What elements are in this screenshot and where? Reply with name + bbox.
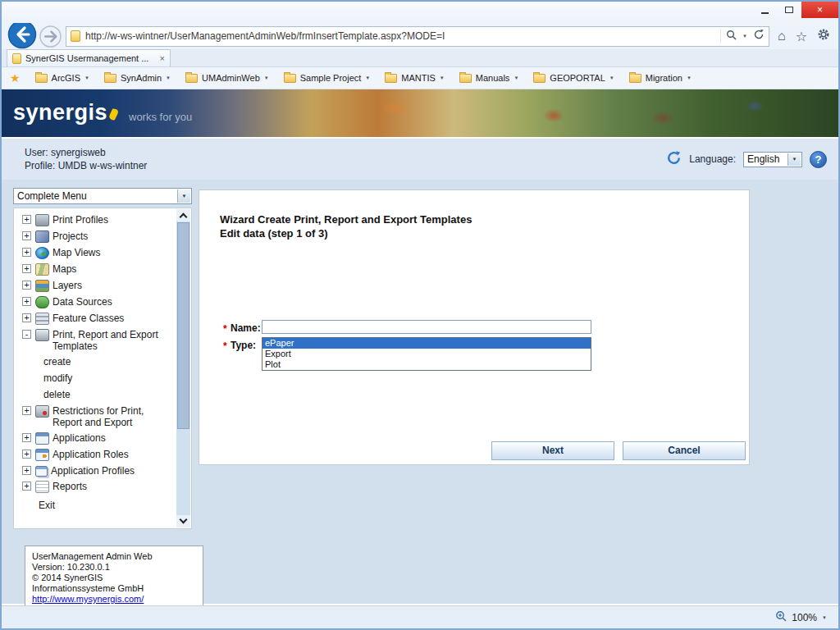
page-icon bbox=[71, 30, 80, 42]
sidebar-item-modify[interactable]: modify bbox=[17, 370, 175, 386]
sidebar-item-application-profiles[interactable]: +Application Profiles bbox=[17, 463, 175, 478]
expand-icon[interactable]: + bbox=[22, 450, 31, 459]
menu-select[interactable]: Complete Menu ▼ bbox=[13, 188, 192, 204]
tab-close-icon[interactable]: × bbox=[160, 53, 165, 63]
projects-icon bbox=[35, 231, 49, 243]
back-button[interactable] bbox=[7, 20, 38, 49]
expand-icon[interactable]: + bbox=[22, 313, 31, 322]
help-icon[interactable]: ? bbox=[810, 151, 827, 168]
sidebar-item-maps[interactable]: +Maps bbox=[17, 261, 175, 277]
expand-icon[interactable]: + bbox=[22, 215, 31, 224]
favorites-folder-label: Manuals bbox=[476, 73, 510, 83]
expand-icon[interactable]: + bbox=[22, 264, 31, 273]
close-button[interactable]: × bbox=[801, 2, 838, 18]
type-option-export[interactable]: Export bbox=[262, 349, 591, 359]
forward-button[interactable] bbox=[38, 25, 62, 48]
sidebar-item-label: Map Views bbox=[52, 247, 100, 258]
favorites-icon[interactable]: ☆ bbox=[796, 29, 807, 44]
user-bar: User: synergisweb Profile: UMDB w-ws-win… bbox=[2, 137, 838, 180]
sidebar-item-feature-classes[interactable]: +Feature Classes bbox=[17, 310, 175, 326]
favorites-folder-migration[interactable]: Migration▼ bbox=[623, 71, 698, 85]
favorites-folder-label: MANTIS bbox=[401, 73, 436, 83]
zoom-icon bbox=[775, 610, 787, 624]
language-select[interactable]: English ▼ bbox=[743, 152, 802, 167]
favorites-folder-umadminweb[interactable]: UMAdminWeb▼ bbox=[179, 71, 276, 85]
next-button[interactable]: Next bbox=[491, 441, 614, 460]
synergis-link[interactable]: http://www.mysynergis.com/ bbox=[32, 594, 144, 604]
sidebar-item-layers[interactable]: +Layers bbox=[17, 277, 175, 294]
folder-icon bbox=[533, 74, 546, 83]
type-option-epaper[interactable]: ePaper bbox=[262, 338, 591, 349]
back-arrow-icon bbox=[7, 20, 37, 49]
refresh-icon[interactable] bbox=[753, 29, 765, 43]
footer-line: UserManagement Admin Web bbox=[32, 551, 196, 562]
expand-icon[interactable]: + bbox=[22, 466, 31, 475]
required-marker: * bbox=[223, 323, 227, 335]
sidebar-item-delete[interactable]: delete bbox=[17, 386, 175, 403]
browser-tab[interactable]: SynerGIS Usermanagement ... × bbox=[7, 49, 171, 66]
expand-icon[interactable]: + bbox=[22, 406, 31, 415]
templates-icon bbox=[35, 329, 49, 341]
scroll-down-icon[interactable] bbox=[176, 515, 190, 527]
folder-icon bbox=[629, 74, 641, 83]
sidebar-item-print-report-export-templates[interactable]: -Print, Report and Export Templates bbox=[17, 326, 175, 354]
sidebar-item-label: Application Roles bbox=[52, 449, 129, 460]
tree-scrollbar[interactable] bbox=[176, 209, 190, 527]
expand-icon[interactable]: + bbox=[22, 297, 31, 306]
favorites-folder-sample-project[interactable]: Sample Project▼ bbox=[277, 71, 377, 85]
wizard-panel: Wizard Create Print, Report and Export T… bbox=[199, 189, 750, 465]
refresh-language-icon[interactable] bbox=[666, 150, 682, 168]
favorites-folder-arcgis[interactable]: ArcGIS▼ bbox=[29, 71, 96, 85]
chevron-down-icon[interactable]: ▼ bbox=[822, 615, 827, 620]
favorites-bar: ★ ArcGIS▼ SynAdmin▼ UMAdminWeb▼ Sample P… bbox=[2, 67, 838, 89]
address-bar[interactable]: http://w-ws-wintner/UserManagementAdminW… bbox=[66, 26, 769, 47]
minimize-icon bbox=[761, 12, 769, 14]
chevron-down-icon[interactable]: ▼ bbox=[742, 34, 747, 39]
cancel-button[interactable]: Cancel bbox=[623, 441, 746, 460]
sidebar-item-create[interactable]: create bbox=[17, 354, 175, 370]
expand-icon[interactable]: + bbox=[22, 281, 31, 290]
sidebar-item-application-roles[interactable]: +Application Roles bbox=[17, 446, 175, 463]
sidebar-item-map-views[interactable]: +Map Views bbox=[17, 244, 175, 261]
url-text[interactable]: http://w-ws-wintner/UserManagementAdminW… bbox=[85, 30, 720, 42]
sidebar-item-exit[interactable]: Exit bbox=[17, 497, 175, 513]
synergis-logo: synergis bbox=[13, 100, 117, 126]
language-value: English bbox=[747, 153, 779, 165]
browser-window: × http://w-ws-wintner/UserManagementAdmi… bbox=[0, 0, 840, 630]
expand-icon[interactable]: + bbox=[22, 433, 31, 442]
favorites-star-icon[interactable]: ★ bbox=[10, 71, 21, 84]
reports-icon bbox=[35, 481, 49, 493]
favorites-folder-mantis[interactable]: MANTIS▼ bbox=[378, 71, 451, 85]
sidebar-item-restrictions[interactable]: +Restrictions for Print, Report and Expo… bbox=[17, 403, 175, 430]
chevron-down-icon: ▼ bbox=[609, 75, 614, 80]
chevron-down-icon: ▼ bbox=[177, 189, 190, 203]
expand-icon[interactable]: + bbox=[22, 231, 31, 240]
folder-icon bbox=[104, 74, 116, 83]
sidebar-item-applications[interactable]: +Applications bbox=[17, 430, 175, 446]
home-icon[interactable]: ⌂ bbox=[778, 29, 786, 43]
sidebar-item-projects[interactable]: +Projects bbox=[17, 228, 175, 244]
chevron-down-icon: ▼ bbox=[788, 153, 801, 166]
scrollbar-thumb[interactable] bbox=[177, 222, 189, 429]
name-input[interactable] bbox=[262, 320, 591, 334]
scroll-up-icon[interactable] bbox=[176, 209, 190, 221]
type-option-plot[interactable]: Plot bbox=[262, 359, 591, 370]
zoom-control[interactable]: 100% ▼ bbox=[775, 610, 827, 624]
folder-icon bbox=[35, 74, 48, 83]
expand-icon[interactable]: + bbox=[22, 482, 31, 491]
minimize-button[interactable] bbox=[752, 2, 777, 18]
settings-gear-icon[interactable] bbox=[817, 28, 830, 44]
favorites-folder-geoportal[interactable]: GEOPORTAL▼ bbox=[527, 71, 620, 85]
folder-icon bbox=[459, 74, 472, 83]
sidebar-item-reports[interactable]: +Reports bbox=[17, 478, 175, 495]
sidebar-item-label: Exit bbox=[39, 500, 55, 511]
search-icon[interactable] bbox=[726, 29, 737, 43]
sidebar-item-print-profiles[interactable]: +Print Profiles bbox=[17, 212, 175, 228]
favorites-folder-synadmin[interactable]: SynAdmin▼ bbox=[98, 71, 177, 85]
maximize-button[interactable] bbox=[777, 2, 801, 18]
app-banner: synergis works for you bbox=[2, 89, 838, 137]
collapse-icon[interactable]: - bbox=[22, 330, 31, 339]
sidebar-item-data-sources[interactable]: +Data Sources bbox=[17, 294, 175, 310]
expand-icon[interactable]: + bbox=[22, 248, 31, 257]
favorites-folder-manuals[interactable]: Manuals▼ bbox=[453, 71, 526, 85]
